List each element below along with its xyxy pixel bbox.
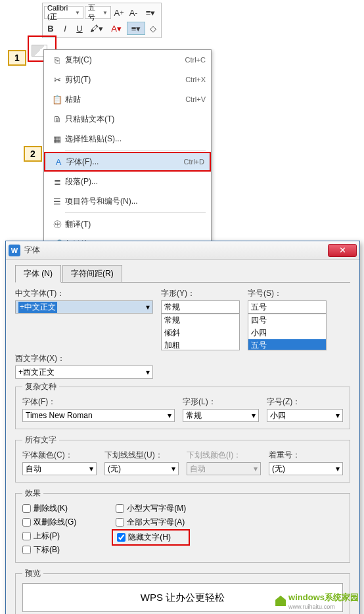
- highlight-button[interactable]: 🖍▾: [87, 22, 106, 35]
- menu-copy[interactable]: ⎘复制(C)Ctrl+C: [44, 50, 211, 70]
- align-button[interactable]: ≡▾: [127, 22, 145, 35]
- menu-bullets[interactable]: ☰项目符号和编号(N)...: [44, 191, 211, 211]
- superscript-checkbox[interactable]: 上标(P): [22, 531, 76, 542]
- complex-size-label: 字号(Z)：: [267, 396, 343, 408]
- subscript-checkbox[interactable]: 下标(B): [22, 544, 76, 555]
- step-marker-1: 1: [8, 50, 26, 66]
- watermark-text: windows系统家园: [288, 592, 359, 603]
- size-input[interactable]: 五号: [248, 300, 327, 314]
- font-name-select[interactable]: Calibri (正▼: [44, 6, 83, 19]
- complex-font-label: 字体(F)：: [22, 396, 175, 408]
- effects-legend: 效果: [22, 488, 43, 499]
- all-caps-checkbox[interactable]: 全部大写字母(A): [116, 517, 186, 528]
- small-caps-checkbox[interactable]: 小型大写字母(M): [116, 503, 186, 514]
- bold-button[interactable]: B: [44, 22, 57, 35]
- shrink-font-button[interactable]: A-: [127, 6, 140, 19]
- menu-font[interactable]: A字体(F)...Ctrl+D: [44, 152, 211, 172]
- copy-icon: ⎘: [49, 55, 65, 65]
- list-item[interactable]: 四号: [248, 314, 326, 327]
- size-label: 字号(S)：: [248, 288, 327, 299]
- list-item[interactable]: 小四: [248, 327, 326, 339]
- all-text-legend: 所有文字: [22, 435, 59, 446]
- mini-toolbar: Calibri (正▼ 五号▼ A+ A- ≡▾ B I U 🖍▾ A▾ ≡▾ …: [42, 3, 162, 38]
- strike-checkbox[interactable]: 删除线(K): [22, 503, 76, 514]
- all-text-fieldset: 所有文字 字体颜色(C)： 自动▾ 下划线线型(U)： (无)▾ 下划线颜色(I…: [15, 435, 350, 483]
- dbl-strike-checkbox[interactable]: 双删除线(G): [22, 517, 76, 528]
- hidden-text-checkbox[interactable]: 隐藏文字(H): [117, 532, 185, 543]
- cn-font-label: 中文字体(T)：: [15, 288, 153, 299]
- watermark-logo-icon: [275, 596, 286, 606]
- dialog-titlebar: W 字体 ✕: [6, 241, 359, 260]
- underline-label: 下划线线型(U)：: [104, 450, 179, 461]
- menu-paste-special[interactable]: ▦选择性粘贴(S)...: [44, 129, 211, 149]
- watermark-sub: www.ruihaitu.com: [288, 603, 359, 610]
- chevron-down-icon: ▾: [89, 464, 93, 473]
- en-font-select[interactable]: +西文正文▾: [15, 366, 153, 379]
- underline-color-label: 下划线颜色(I)：: [187, 450, 261, 461]
- chevron-down-icon: ▾: [146, 302, 150, 312]
- eraser-button[interactable]: ◇: [147, 22, 160, 35]
- style-input[interactable]: 常规: [161, 300, 240, 314]
- paste-text-icon: 🗎: [49, 114, 65, 124]
- translate-icon: ㊥: [49, 218, 65, 230]
- font-color-select[interactable]: 自动▾: [22, 462, 97, 475]
- list-item[interactable]: 五号: [248, 339, 326, 350]
- font-icon: A: [51, 157, 66, 167]
- chevron-down-icon: ▾: [252, 411, 256, 420]
- bullets-icon: ☰: [49, 197, 65, 206]
- emphasis-label: 着重号：: [269, 450, 343, 461]
- underline-select[interactable]: (无)▾: [104, 462, 179, 475]
- chevron-down-icon: ▾: [171, 464, 175, 473]
- chevron-down-icon: ▼: [75, 10, 80, 16]
- paste-special-icon: ▦: [49, 134, 65, 144]
- menu-translate[interactable]: ㊥翻译(T): [44, 214, 211, 234]
- complex-font-select[interactable]: Times New Roman▾: [22, 409, 175, 422]
- complex-size-select[interactable]: 小四▾: [267, 409, 343, 422]
- menu-paragraph[interactable]: ≣段落(P)...: [44, 172, 211, 191]
- grow-font-button[interactable]: A+: [112, 6, 125, 19]
- complex-style-select[interactable]: 常规▾: [183, 409, 259, 422]
- complex-style-label: 字形(L)：: [183, 396, 259, 408]
- font-color-button[interactable]: A▾: [107, 22, 125, 35]
- paragraph-icon: ≣: [49, 177, 65, 187]
- chevron-down-icon: ▾: [146, 367, 150, 377]
- dialog-tabs: 字体 (N) 字符间距(R): [15, 265, 350, 283]
- font-color-label: 字体颜色(C)：: [22, 450, 97, 461]
- list-item[interactable]: 倾斜: [162, 327, 239, 339]
- line-spacing-button[interactable]: ≡▾: [141, 6, 160, 19]
- chevron-down-icon: ▼: [102, 10, 108, 16]
- step-marker-2: 2: [24, 146, 42, 162]
- size-listbox[interactable]: 四号 小四 五号: [248, 314, 327, 350]
- complex-legend: 复杂文种: [22, 381, 59, 392]
- list-item[interactable]: 常规: [162, 314, 239, 327]
- menu-cut[interactable]: ✂剪切(T)Ctrl+X: [44, 70, 211, 89]
- chevron-down-icon: ▾: [336, 411, 340, 420]
- close-button[interactable]: ✕: [328, 244, 357, 257]
- italic-button[interactable]: I: [58, 22, 72, 35]
- cn-font-select[interactable]: +中文正文▾: [15, 300, 153, 314]
- chevron-down-icon: ▾: [254, 464, 258, 473]
- tab-font[interactable]: 字体 (N): [15, 265, 61, 283]
- en-font-label: 西文字体(X)：: [15, 353, 153, 364]
- menu-separator: [65, 212, 206, 213]
- watermark: windows系统家园 www.ruihaitu.com: [275, 592, 359, 610]
- list-item[interactable]: 加粗: [162, 339, 239, 350]
- menu-paste-text[interactable]: 🗎只粘贴文本(T): [44, 109, 211, 129]
- chevron-down-icon: ▾: [336, 464, 340, 473]
- complex-fieldset: 复杂文种 字体(F)： Times New Roman▾ 字形(L)： 常规▾ …: [15, 381, 350, 429]
- font-dialog: W 字体 ✕ 字体 (N) 字符间距(R) 中文字体(T)： +中文正文▾ 字形…: [5, 241, 360, 614]
- style-listbox[interactable]: 常规 倾斜 加粗: [161, 314, 240, 350]
- font-size-select[interactable]: 五号▼: [85, 6, 111, 19]
- dialog-title: 字体: [24, 245, 328, 256]
- tab-spacing[interactable]: 字符间距(R): [62, 265, 122, 282]
- cut-icon: ✂: [49, 75, 65, 85]
- underline-button[interactable]: U: [73, 22, 86, 35]
- emphasis-select[interactable]: (无)▾: [269, 462, 343, 475]
- preview-legend: 预览: [22, 568, 43, 579]
- menu-paste[interactable]: 📋粘贴Ctrl+V: [44, 89, 211, 109]
- app-icon: W: [9, 245, 20, 256]
- chevron-down-icon: ▾: [168, 411, 171, 420]
- underline-color-select: 自动▾: [187, 462, 261, 475]
- effects-fieldset: 效果 删除线(K) 双删除线(G) 上标(P) 下标(B) 小型大写字母(M) …: [15, 488, 350, 563]
- context-menu: ⎘复制(C)Ctrl+C ✂剪切(T)Ctrl+X 📋粘贴Ctrl+V 🗎只粘贴…: [43, 49, 212, 254]
